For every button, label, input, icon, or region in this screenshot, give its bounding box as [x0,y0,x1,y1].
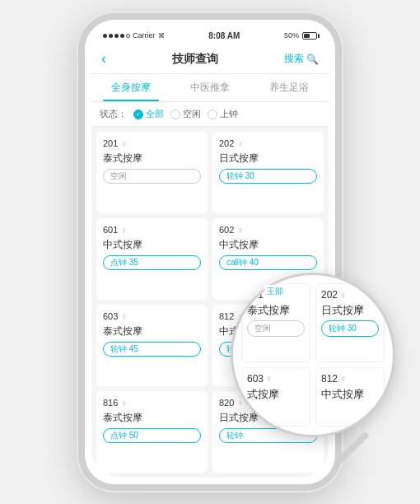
person-icon: ♀ [237,139,244,148]
back-button[interactable]: ‹ [101,50,106,68]
filter-free[interactable]: 空闲 [170,108,201,120]
wifi-icon: ⌘ [158,32,165,40]
page-title: 技师查询 [172,52,218,67]
mag-card-603: 603 ♀ 式按摩 [241,367,310,427]
status-tag: 空闲 [103,169,201,184]
person-icon: ♀ [121,139,128,148]
battery-icon [302,32,317,40]
battery-fill [304,34,310,38]
mag-name: 日式按摩 [321,303,379,318]
mag-name: 泰式按摩 [247,303,305,318]
status-time: 8:08 AM [208,31,240,40]
mag-header: 603 ♀ [247,373,305,385]
tab-zhongyituina[interactable]: 中医推拿 [170,74,250,101]
filter-all[interactable]: 全部 [133,108,164,120]
tech-name: 泰式按摩 [103,411,201,425]
status-tag: 点钟 50 [103,428,201,443]
mag-tag: 空闲 [247,320,305,337]
magnifier: 201 ♀ 泰式按摩 空闲 202 ♀ 日式按摩 轮钟 30 [231,273,395,474]
search-icon: 🔍 [306,54,319,65]
status-tag: 点钟 35 [103,255,201,270]
mag-card-812: 812 ♀ 中式按摩 [315,367,385,427]
card-header: 602 ♀ [219,225,317,235]
magnifier-content: 201 ♀ 泰式按摩 空闲 202 ♀ 日式按摩 轮钟 30 [233,275,393,435]
status-right: 50% [284,31,317,40]
signal-dot-3 [114,34,119,38]
person-icon: ♀ [237,226,244,235]
filter-label: 状态： [100,108,127,120]
card-header: 603 ♀ [103,311,201,321]
tech-card-816[interactable]: 816 ♀ 泰式按摩 点钟 50 [96,391,208,473]
signal-dot-5 [126,34,130,38]
status-tag: 轮钟 45 [103,342,201,357]
tech-name: 中式按摩 [219,238,317,252]
search-button[interactable]: 搜索 🔍 [284,52,319,66]
signal-dot-1 [103,34,107,38]
mag-card-202: 202 ♀ 日式按摩 轮钟 30 [315,283,385,362]
mag-header: 812 ♀ [321,373,379,385]
radio-free [170,110,180,119]
signal-dots [103,34,130,38]
status-tag: 轮钟 30 [219,169,317,184]
nav-bar: ‹ 技师查询 搜索 🔍 [91,44,329,74]
tech-name: 中式按摩 [103,238,201,252]
filter-working[interactable]: 上钟 [208,108,238,120]
tech-name: 泰式按摩 [103,152,201,166]
mag-tag: 轮钟 30 [321,320,379,337]
tech-card-202[interactable]: 202 ♀ 日式按摩 轮钟 30 [212,132,324,213]
person-icon: ♀ [121,226,128,235]
mag-person-icon: ♀ [340,374,347,383]
magnifier-circle: 201 ♀ 泰式按摩 空闲 202 ♀ 日式按摩 轮钟 30 [231,273,395,437]
tech-card-201[interactable]: 201 ♀ 泰式按摩 空闲 [96,132,208,213]
tab-yangshengzuyu[interactable]: 养生足浴 [250,74,329,101]
magnifier-handle [336,431,370,464]
status-left: Carrier ⌘ [103,31,165,40]
tech-name: 日式按摩 [219,152,317,166]
mag-name: 中式按摩 [321,387,379,402]
tech-card-601[interactable]: 601 ♀ 中式按摩 点钟 35 [96,218,208,300]
mag-person-icon: ♀ [266,374,273,383]
phone-wrapper: Carrier ⌘ 8:08 AM 50% ‹ 技师查询 搜索 🔍 [78,13,342,491]
tab-quanshenanmo[interactable]: 全身按摩 [91,74,170,101]
signal-dot-2 [109,34,113,38]
card-header: 816 ♀ [103,398,201,408]
radio-working [208,110,217,119]
status-tag: call钟 40 [219,255,317,270]
search-label: 搜索 [284,52,304,66]
person-icon: ♀ [121,312,128,321]
wang-bu-label: 王部 [264,285,286,298]
card-header: 202 ♀ [219,138,317,148]
tab-bar: 全身按摩 中医推拿 养生足浴 [91,74,329,102]
person-icon: ♀ [121,399,128,408]
signal-dot-4 [120,34,124,38]
tech-card-603[interactable]: 603 ♀ 泰式按摩 轮钟 45 [96,305,208,386]
battery-percent: 50% [284,31,299,40]
carrier-label: Carrier [133,31,156,40]
mag-name: 式按摩 [247,387,305,402]
mag-header: 202 ♀ [321,289,379,301]
card-header: 201 ♀ [103,138,201,148]
filter-bar: 状态： 全部 空闲 上钟 [91,102,329,127]
card-header: 601 ♀ [103,225,201,235]
mag-person-icon: ♀ [340,291,347,300]
radio-all [133,110,143,119]
status-bar: Carrier ⌘ 8:08 AM 50% [91,26,329,44]
tech-name: 泰式按摩 [103,324,201,338]
